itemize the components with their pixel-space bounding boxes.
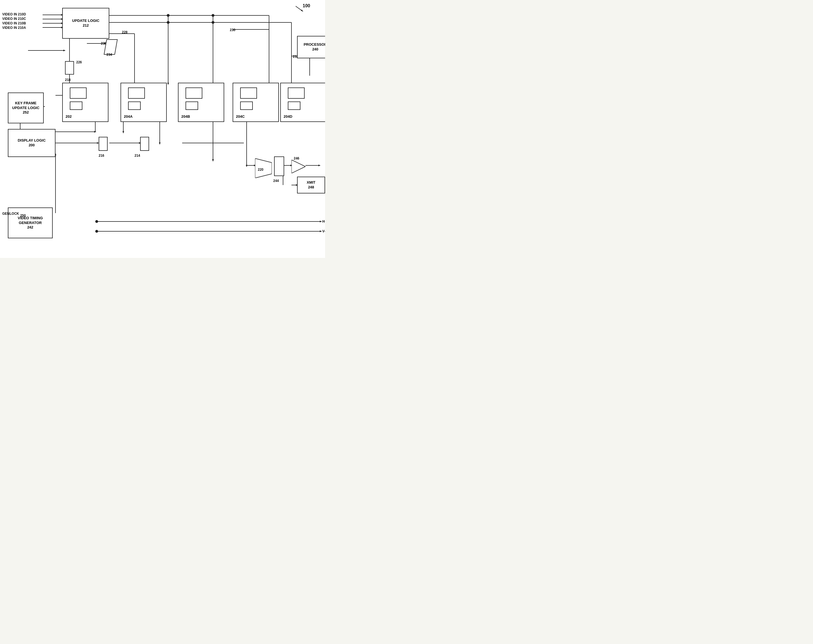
svg-marker-65 — [320, 221, 322, 222]
key-frame-number: 252 — [23, 110, 29, 115]
label-230: 230 — [230, 28, 236, 32]
module-204d: 204D — [280, 83, 325, 122]
svg-marker-34 — [63, 50, 66, 51]
module-204b-number: 204B — [181, 114, 190, 119]
video-in-d-label: VIDEO IN 210D — [2, 12, 26, 16]
module-204d-number: 204D — [283, 114, 292, 119]
module-204b: 204B — [178, 83, 224, 122]
svg-marker-81 — [159, 143, 161, 145]
key-frame-block: KEY FRAME UPDATE LOGIC 252 — [8, 92, 44, 123]
label-214: 214 — [135, 153, 140, 158]
xmit-label: XMIT — [306, 180, 315, 185]
label-234: 234 — [107, 53, 112, 57]
update-logic-block: UPDATE LOGIC 212 — [62, 8, 109, 39]
svg-point-5 — [211, 21, 214, 24]
label-244: 244 — [273, 179, 279, 183]
mux-234 — [104, 39, 118, 55]
svg-point-73 — [95, 230, 98, 233]
svg-marker-50 — [212, 159, 214, 161]
module-202-number: 202 — [66, 114, 72, 119]
svg-point-4 — [167, 21, 170, 24]
update-logic-number: 212 — [83, 23, 89, 28]
video-timing-label: VIDEO TIMING GENERATOR — [8, 216, 52, 225]
processor-label: PROCESSOR — [303, 42, 325, 47]
buffer-218 — [65, 61, 74, 75]
svg-marker-84 — [212, 159, 214, 161]
diagram: 100 UPDATE LOGIC 212 VIDEO IN 210D VIDEO… — [0, 0, 325, 258]
svg-point-2 — [167, 14, 170, 17]
processor-block: PROCESSOR 240 — [297, 36, 325, 58]
key-frame-label: KEY FRAME UPDATE LOGIC — [8, 101, 43, 110]
svg-marker-52 — [246, 165, 248, 167]
video-in-b-label: VIDEO IN 210B — [2, 21, 26, 25]
processor-number: 240 — [312, 47, 318, 52]
svg-point-72 — [95, 220, 98, 223]
h-sync-label: H-SYNC — [322, 219, 325, 224]
label-216: 216 — [99, 153, 104, 158]
display-logic-block: DISPLAY LOGIC 200 — [8, 129, 55, 157]
label-220: 220 — [258, 168, 263, 172]
genlock-label: GENLOCK — [2, 212, 19, 216]
label-228: 228 — [122, 30, 127, 34]
svg-marker-88 — [291, 160, 305, 173]
v-sync-label: V-SYNC — [322, 229, 325, 233]
buffer-216 — [99, 137, 108, 151]
video-timing-number: 242 — [27, 225, 33, 230]
label-226: 226 — [76, 60, 82, 64]
module-204a-number: 204A — [124, 114, 133, 119]
video-in-a-label: VIDEO IN 210A — [2, 26, 26, 30]
svg-point-3 — [211, 14, 214, 17]
svg-line-85 — [295, 6, 303, 11]
svg-marker-7 — [167, 83, 169, 85]
module-204a: 204A — [121, 83, 167, 122]
label-246: 246 — [294, 156, 299, 160]
xmit-number: 248 — [308, 185, 314, 190]
display-logic-label: DISPLAY LOGIC — [18, 138, 46, 143]
buffer-214 — [140, 137, 149, 151]
display-logic-number: 200 — [29, 143, 35, 148]
svg-marker-58 — [318, 164, 321, 166]
module-202: 202 — [62, 83, 109, 122]
svg-marker-86 — [301, 9, 303, 12]
xmit-block: XMIT 248 — [297, 176, 325, 193]
reference-100: 100 — [303, 3, 310, 8]
module-204c-number: 204C — [236, 114, 245, 119]
module-204c: 204C — [233, 83, 279, 122]
svg-marker-67 — [320, 230, 322, 232]
video-in-c-label: VIDEO IN 210C — [2, 17, 26, 21]
amplifier-246 — [291, 160, 305, 175]
svg-marker-78 — [122, 131, 124, 133]
block-244 — [274, 156, 284, 176]
label-250: 250 — [20, 214, 26, 218]
label-218: 218 — [65, 78, 70, 82]
update-logic-label: UPDATE LOGIC — [72, 18, 99, 23]
svg-marker-44 — [94, 131, 96, 133]
